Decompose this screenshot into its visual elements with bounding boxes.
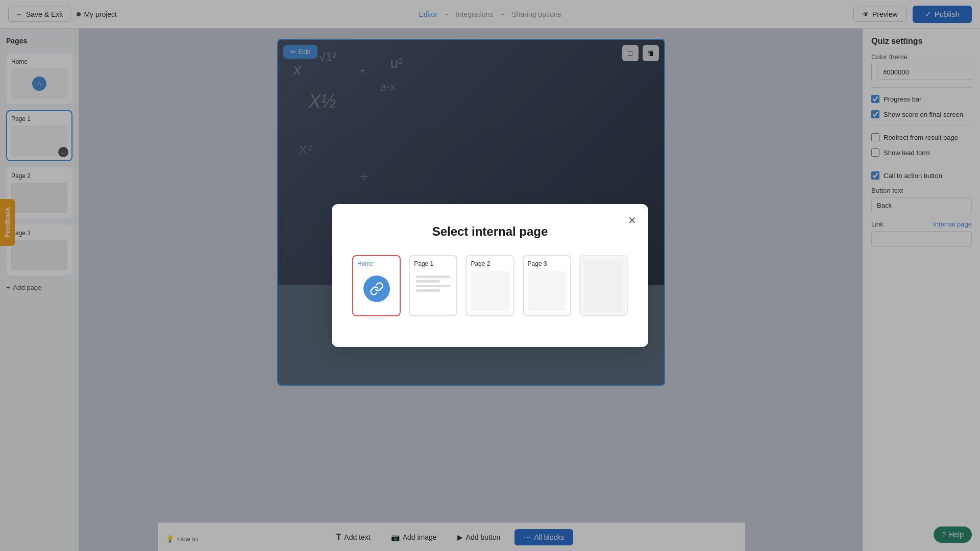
modal-page3-label: Page 3 — [528, 260, 547, 267]
modal-line-4 — [416, 289, 440, 292]
modal-line-1 — [416, 276, 450, 278]
modal-page-page1[interactable]: Page 1 — [409, 255, 457, 316]
modal-blank-preview — [584, 260, 623, 311]
modal-page3-preview — [528, 271, 566, 311]
modal-page-blank[interactable] — [579, 255, 628, 316]
modal-page1-lines — [414, 273, 452, 294]
modal-page-home[interactable]: Home — [352, 255, 401, 316]
modal-line-2 — [416, 280, 440, 283]
modal-home-link-icon — [363, 276, 390, 302]
modal-line-3 — [416, 285, 450, 287]
modal-close-button[interactable]: ✕ — [624, 212, 640, 229]
link-icon — [370, 282, 384, 296]
modal-page-page2[interactable]: Page 2 — [465, 255, 514, 316]
modal-page-page3[interactable]: Page 3 — [523, 255, 571, 316]
modal-page2-preview — [471, 271, 509, 311]
modal-page2-label: Page 2 — [471, 260, 490, 267]
modal-title: Select internal page — [352, 224, 628, 239]
modal-pages: Home Page 1 — [352, 255, 628, 316]
modal-page1-label: Page 1 — [414, 260, 433, 267]
modal: ✕ Select internal page Home Page 1 — [332, 204, 648, 347]
modal-home-label: Home — [357, 260, 374, 267]
modal-overlay[interactable]: ✕ Select internal page Home Page 1 — [0, 0, 980, 551]
